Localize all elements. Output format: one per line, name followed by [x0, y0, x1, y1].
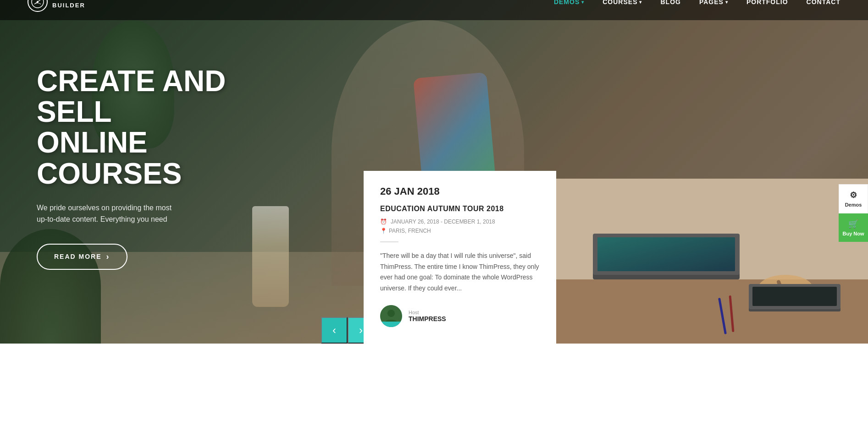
arrow-right-icon: ›	[106, 252, 110, 262]
author-avatar	[380, 305, 402, 327]
author-name: THIMPRESS	[409, 315, 446, 322]
buy-now-side-button[interactable]: 🛒 Buy Now	[839, 213, 868, 242]
photo-card-inner	[556, 179, 868, 344]
blog-date: 26 JAN 2018	[380, 186, 540, 197]
gear-icon: ⚙	[850, 190, 857, 200]
nav-blog[interactable]: BLOG	[660, 0, 680, 5]
blog-divider	[380, 241, 398, 242]
hero-subtitle: We pride ourselves on providing the most…	[37, 202, 293, 225]
side-buttons: ⚙ Demos 🛒 Buy Now	[839, 184, 868, 242]
navbar: COURSE BUILDER DEMOS ▾ COURSES ▾ BLOG PA…	[0, 0, 868, 20]
avatar-image	[380, 305, 402, 327]
svg-rect-17	[752, 287, 837, 306]
chevron-down-icon: ▾	[725, 0, 728, 5]
nav-pages[interactable]: PAGES ▾	[699, 0, 728, 5]
svg-rect-4	[380, 322, 402, 327]
demos-side-button[interactable]: ⚙ Demos	[839, 184, 868, 213]
svg-point-1	[37, 1, 39, 3]
nav-contact[interactable]: CONTACT	[807, 0, 840, 5]
chevron-down-icon: ▾	[639, 0, 642, 5]
author-role: Host	[409, 310, 446, 315]
nav-demos[interactable]: DEMOS ▾	[554, 0, 584, 5]
logo-icon	[28, 0, 48, 12]
nav-portfolio[interactable]: PORTFOLIO	[746, 0, 788, 5]
slider-prev-button[interactable]: ‹	[321, 317, 348, 344]
svg-rect-10	[597, 237, 735, 271]
read-more-button[interactable]: READ MORE ›	[37, 244, 127, 270]
blog-meta-time: ⏰ JANUARY 26, 2018 - DECEMBER 1, 2018	[380, 218, 540, 225]
author-info: Host THIMPRESS	[409, 310, 446, 322]
location-icon: 📍	[380, 228, 387, 234]
blog-author: Host THIMPRESS	[380, 305, 540, 327]
logo-svg	[31, 0, 44, 9]
hero-section: COURSE BUILDER DEMOS ▾ COURSES ▾ BLOG PA…	[0, 0, 868, 344]
site-logo[interactable]: COURSE BUILDER	[28, 0, 85, 12]
logo-text: COURSE BUILDER	[52, 0, 85, 10]
hero-title: CREATE AND SELL ONLINE COURSES	[37, 66, 293, 189]
svg-point-3	[387, 310, 395, 317]
blog-excerpt: "There will be a day that I will rule th…	[380, 251, 540, 294]
photo-card	[556, 179, 868, 344]
main-nav: DEMOS ▾ COURSES ▾ BLOG PAGES ▾ PORTFOLIO…	[554, 0, 840, 5]
nav-courses[interactable]: COURSES ▾	[603, 0, 642, 5]
hero-content: CREATE AND SELL ONLINE COURSES We pride …	[37, 66, 293, 270]
cart-icon: 🛒	[848, 219, 858, 229]
clock-icon: ⏰	[380, 218, 387, 225]
photo-illustration	[556, 179, 868, 344]
chevron-down-icon: ▾	[581, 0, 584, 5]
blog-card: 26 JAN 2018 EDUCATION AUTUMN TOUR 2018 ⏰…	[364, 171, 556, 344]
blog-title: EDUCATION AUTUMN TOUR 2018	[380, 205, 540, 213]
blog-meta-location: 📍 PARIS, FRENCH	[380, 228, 540, 234]
